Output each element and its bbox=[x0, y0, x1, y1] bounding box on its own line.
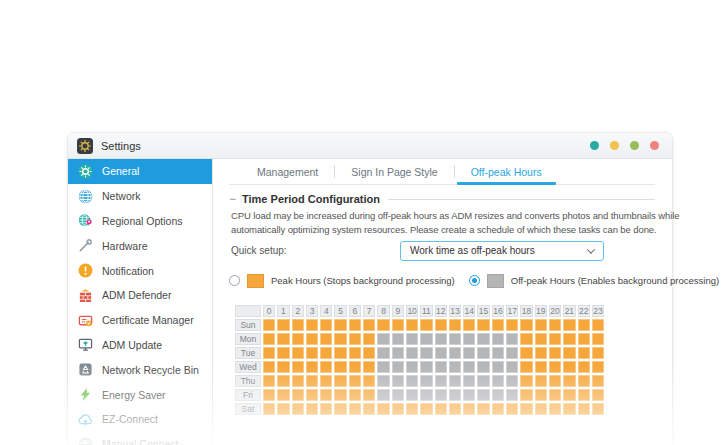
schedule-cell-thu-4[interactable] bbox=[320, 375, 332, 387]
schedule-cell-sat-2[interactable] bbox=[292, 403, 304, 415]
schedule-cell-thu-11[interactable] bbox=[420, 375, 432, 387]
schedule-cell-mon-4[interactable] bbox=[320, 333, 332, 345]
schedule-cell-mon-6[interactable] bbox=[349, 333, 361, 345]
schedule-cell-thu-12[interactable] bbox=[435, 375, 447, 387]
schedule-cell-sun-0[interactable] bbox=[263, 319, 275, 331]
schedule-cell-wed-19[interactable] bbox=[535, 361, 547, 373]
schedule-cell-sat-15[interactable] bbox=[477, 403, 489, 415]
schedule-cell-tue-22[interactable] bbox=[578, 347, 590, 359]
schedule-cell-thu-16[interactable] bbox=[492, 375, 504, 387]
collapse-toggle[interactable]: − bbox=[229, 193, 236, 205]
schedule-cell-mon-13[interactable] bbox=[449, 333, 461, 345]
schedule-cell-wed-15[interactable] bbox=[477, 361, 489, 373]
schedule-cell-thu-10[interactable] bbox=[406, 375, 418, 387]
schedule-cell-sat-3[interactable] bbox=[306, 403, 318, 415]
schedule-cell-sat-17[interactable] bbox=[506, 403, 518, 415]
schedule-cell-fri-8[interactable] bbox=[377, 389, 389, 401]
schedule-cell-sun-15[interactable] bbox=[477, 319, 489, 331]
schedule-cell-sun-22[interactable] bbox=[578, 319, 590, 331]
schedule-cell-thu-19[interactable] bbox=[535, 375, 547, 387]
schedule-cell-tue-18[interactable] bbox=[520, 347, 532, 359]
radio-unselected[interactable] bbox=[229, 275, 240, 286]
sidebar-item-general[interactable]: General bbox=[68, 159, 212, 184]
schedule-cell-thu-20[interactable] bbox=[549, 375, 561, 387]
schedule-cell-sat-20[interactable] bbox=[549, 403, 561, 415]
schedule-cell-thu-9[interactable] bbox=[392, 375, 404, 387]
sidebar-item-network[interactable]: Network bbox=[68, 184, 212, 209]
schedule-cell-mon-8[interactable] bbox=[377, 333, 389, 345]
schedule-cell-fri-6[interactable] bbox=[349, 389, 361, 401]
sidebar-item-energy-saver[interactable]: Energy Saver bbox=[68, 382, 212, 407]
sidebar-item-hardware[interactable]: Hardware bbox=[68, 233, 212, 258]
schedule-cell-sun-14[interactable] bbox=[463, 319, 475, 331]
schedule-cell-wed-10[interactable] bbox=[406, 361, 418, 373]
schedule-cell-sat-16[interactable] bbox=[492, 403, 504, 415]
schedule-cell-sun-11[interactable] bbox=[420, 319, 432, 331]
schedule-cell-wed-18[interactable] bbox=[520, 361, 532, 373]
schedule-cell-thu-6[interactable] bbox=[349, 375, 361, 387]
schedule-cell-fri-23[interactable] bbox=[592, 389, 604, 401]
schedule-cell-sun-2[interactable] bbox=[292, 319, 304, 331]
schedule-cell-wed-11[interactable] bbox=[420, 361, 432, 373]
schedule-cell-thu-22[interactable] bbox=[578, 375, 590, 387]
schedule-cell-fri-21[interactable] bbox=[563, 389, 575, 401]
schedule-cell-fri-7[interactable] bbox=[363, 389, 375, 401]
schedule-cell-fri-2[interactable] bbox=[292, 389, 304, 401]
schedule-cell-fri-20[interactable] bbox=[549, 389, 561, 401]
schedule-cell-tue-1[interactable] bbox=[277, 347, 289, 359]
schedule-cell-tue-5[interactable] bbox=[334, 347, 346, 359]
schedule-cell-fri-11[interactable] bbox=[420, 389, 432, 401]
schedule-cell-fri-18[interactable] bbox=[520, 389, 532, 401]
schedule-cell-mon-9[interactable] bbox=[392, 333, 404, 345]
schedule-cell-mon-3[interactable] bbox=[306, 333, 318, 345]
schedule-cell-sat-23[interactable] bbox=[592, 403, 604, 415]
schedule-cell-tue-4[interactable] bbox=[320, 347, 332, 359]
schedule-cell-fri-1[interactable] bbox=[277, 389, 289, 401]
sidebar-item-ez-connect[interactable]: EZ-Connect bbox=[68, 407, 212, 432]
schedule-cell-wed-12[interactable] bbox=[435, 361, 447, 373]
schedule-cell-sat-11[interactable] bbox=[420, 403, 432, 415]
schedule-cell-fri-3[interactable] bbox=[306, 389, 318, 401]
sidebar-item-regional-options[interactable]: Regional Options bbox=[68, 209, 212, 234]
schedule-cell-sat-4[interactable] bbox=[320, 403, 332, 415]
schedule-cell-mon-22[interactable] bbox=[578, 333, 590, 345]
schedule-cell-wed-23[interactable] bbox=[592, 361, 604, 373]
schedule-cell-mon-0[interactable] bbox=[263, 333, 275, 345]
schedule-cell-thu-13[interactable] bbox=[449, 375, 461, 387]
schedule-cell-tue-19[interactable] bbox=[535, 347, 547, 359]
schedule-cell-tue-8[interactable] bbox=[377, 347, 389, 359]
schedule-cell-mon-1[interactable] bbox=[277, 333, 289, 345]
schedule-cell-mon-2[interactable] bbox=[292, 333, 304, 345]
schedule-cell-fri-14[interactable] bbox=[463, 389, 475, 401]
schedule-cell-sat-19[interactable] bbox=[535, 403, 547, 415]
teal-window-dot[interactable] bbox=[590, 141, 599, 150]
schedule-cell-fri-12[interactable] bbox=[435, 389, 447, 401]
radio-selected[interactable] bbox=[469, 275, 480, 286]
tab-management[interactable]: Management bbox=[241, 159, 334, 184]
tab-sign-in-page-style[interactable]: Sign In Page Style bbox=[335, 159, 453, 184]
schedule-cell-wed-6[interactable] bbox=[349, 361, 361, 373]
schedule-cell-tue-13[interactable] bbox=[449, 347, 461, 359]
schedule-cell-wed-7[interactable] bbox=[363, 361, 375, 373]
schedule-cell-fri-5[interactable] bbox=[334, 389, 346, 401]
quick-setup-dropdown[interactable]: Work time as off-peak hours bbox=[400, 241, 604, 261]
schedule-cell-tue-9[interactable] bbox=[392, 347, 404, 359]
schedule-cell-tue-6[interactable] bbox=[349, 347, 361, 359]
schedule-cell-mon-5[interactable] bbox=[334, 333, 346, 345]
schedule-cell-sun-5[interactable] bbox=[334, 319, 346, 331]
yellow-window-dot[interactable] bbox=[610, 141, 619, 150]
schedule-cell-sun-21[interactable] bbox=[563, 319, 575, 331]
schedule-cell-sun-19[interactable] bbox=[535, 319, 547, 331]
schedule-cell-sat-21[interactable] bbox=[563, 403, 575, 415]
sidebar-item-manual-connect[interactable]: Manual Connect bbox=[68, 432, 212, 445]
schedule-cell-tue-12[interactable] bbox=[435, 347, 447, 359]
schedule-cell-wed-22[interactable] bbox=[578, 361, 590, 373]
tab-off-peak-hours[interactable]: Off-peak Hours bbox=[455, 159, 558, 184]
schedule-cell-fri-15[interactable] bbox=[477, 389, 489, 401]
schedule-cell-tue-20[interactable] bbox=[549, 347, 561, 359]
schedule-cell-thu-0[interactable] bbox=[263, 375, 275, 387]
sidebar-item-adm-defender[interactable]: ADM Defender bbox=[68, 283, 212, 308]
schedule-cell-sun-6[interactable] bbox=[349, 319, 361, 331]
green-window-dot[interactable] bbox=[630, 141, 639, 150]
schedule-cell-fri-10[interactable] bbox=[406, 389, 418, 401]
